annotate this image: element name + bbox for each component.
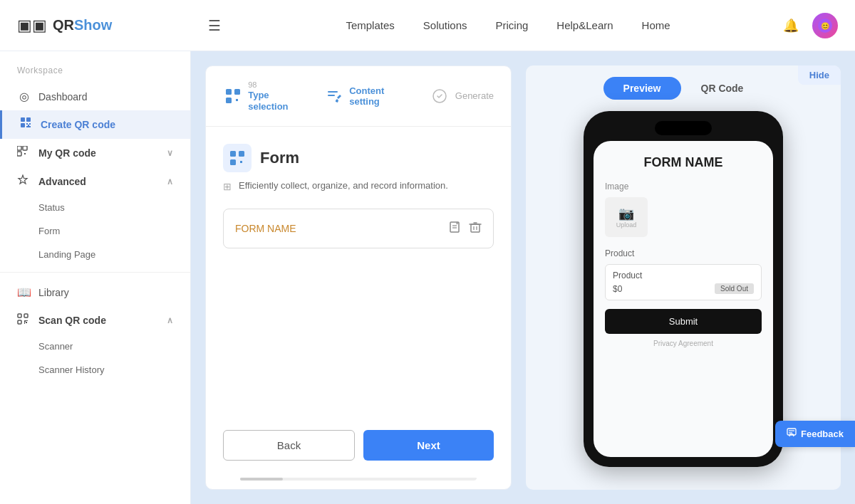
phone-product-name: Product bbox=[613, 271, 754, 280]
svg-rect-24 bbox=[239, 151, 244, 157]
form-card: FORM NAME bbox=[223, 209, 494, 248]
phone-mockup: FORM NAME Image 📷 Upload Product Product… bbox=[584, 111, 783, 467]
sidebar-sub-scanner[interactable]: Scanner bbox=[0, 335, 190, 358]
step-content: Form ⊞ Efficiently collect, organize, an… bbox=[206, 127, 511, 419]
nav-solutions[interactable]: Solutions bbox=[423, 19, 467, 31]
step-content-setting[interactable]: Content setting bbox=[324, 85, 415, 107]
top-navigation: ▣▣ QRShow ☰ Templates Solutions Pricing … bbox=[0, 0, 855, 51]
step1-label: 98 Type selection bbox=[248, 80, 310, 112]
svg-rect-30 bbox=[471, 224, 480, 232]
sidebar-divider bbox=[0, 272, 190, 273]
sidebar-item-advanced[interactable]: Advanced ∧ bbox=[0, 167, 190, 196]
phone-screen: FORM NAME Image 📷 Upload Product Product… bbox=[594, 141, 773, 457]
steps-header: 98 Type selection bbox=[206, 66, 511, 127]
sidebar-item-library[interactable]: 📖 Library bbox=[0, 278, 190, 306]
sidebar-sub-form[interactable]: Form bbox=[0, 219, 190, 243]
my-qr-icon bbox=[17, 146, 31, 160]
svg-rect-6 bbox=[26, 123, 28, 125]
svg-rect-8 bbox=[26, 126, 31, 127]
sidebar-group-label-text: Scan QR code bbox=[38, 315, 106, 326]
step-panel: 98 Type selection bbox=[205, 65, 512, 490]
phone-image-label: Image bbox=[605, 182, 762, 191]
sidebar-sub-scanner-history[interactable]: Scanner History bbox=[0, 358, 190, 382]
chevron-up-icon: ∧ bbox=[167, 177, 173, 187]
step-type-selection[interactable]: 98 Type selection bbox=[223, 80, 310, 112]
svg-rect-18 bbox=[226, 98, 232, 103]
sidebar-item-dashboard[interactable]: ◎ Dashboard bbox=[0, 83, 190, 110]
svg-rect-19 bbox=[236, 99, 238, 101]
edit-form-button[interactable] bbox=[449, 221, 462, 236]
nav-right: 🔔 😊 bbox=[781, 13, 838, 38]
svg-rect-23 bbox=[230, 151, 236, 157]
svg-rect-26 bbox=[240, 161, 242, 163]
phone-product-label: Product bbox=[605, 248, 762, 258]
tab-qr-code[interactable]: QR Code bbox=[681, 77, 764, 100]
logo-text: QRShow bbox=[53, 17, 112, 33]
nav-home[interactable]: Home bbox=[642, 19, 670, 31]
main-area: Workspace ◎ Dashboard Create QR code bbox=[0, 51, 855, 504]
scrollbar-area bbox=[206, 478, 511, 489]
scrollbar-thumb[interactable] bbox=[240, 478, 283, 481]
svg-rect-15 bbox=[18, 320, 21, 324]
notification-bell-icon[interactable]: 🔔 bbox=[781, 16, 801, 36]
avatar[interactable]: 😊 bbox=[812, 13, 838, 38]
create-qr-icon bbox=[19, 117, 33, 132]
svg-rect-13 bbox=[18, 314, 21, 317]
sidebar-item-my-qr[interactable]: My QR code ∨ bbox=[0, 139, 190, 167]
step3-label: Generate bbox=[455, 90, 494, 102]
sidebar: Workspace ◎ Dashboard Create QR code bbox=[0, 51, 191, 504]
form-desc-icon: ⊞ bbox=[223, 180, 232, 194]
svg-rect-9 bbox=[17, 146, 21, 150]
form-title: Form bbox=[260, 149, 299, 167]
sidebar-item-label: Library bbox=[38, 287, 69, 298]
scan-qr-icon bbox=[17, 313, 31, 327]
nav-templates[interactable]: Templates bbox=[346, 19, 394, 31]
chevron-down-icon: ∨ bbox=[167, 148, 173, 158]
svg-rect-4 bbox=[21, 123, 25, 127]
step1-icon bbox=[223, 86, 242, 106]
step-generate[interactable]: Generate bbox=[430, 86, 494, 106]
svg-rect-2 bbox=[21, 117, 25, 122]
menu-icon[interactable]: ☰ bbox=[208, 17, 221, 34]
chevron-up-icon: ∧ bbox=[167, 315, 173, 325]
dashboard-icon: ◎ bbox=[17, 90, 31, 103]
sidebar-sub-status[interactable]: Status bbox=[0, 196, 190, 219]
svg-rect-21 bbox=[328, 95, 335, 96]
form-type-icon bbox=[223, 144, 252, 172]
form-description: ⊞ Efficiently collect, organize, and rec… bbox=[223, 179, 494, 194]
logo[interactable]: ▣▣ QRShow bbox=[17, 16, 208, 35]
form-section-title: Form bbox=[223, 144, 494, 172]
sidebar-sub-landing-page[interactable]: Landing Page bbox=[0, 243, 190, 266]
feedback-icon bbox=[787, 428, 797, 440]
step3-icon bbox=[430, 86, 450, 106]
step-buttons: Back Next bbox=[206, 419, 511, 478]
phone-form-name: FORM NAME bbox=[605, 155, 762, 170]
nav-pricing[interactable]: Pricing bbox=[496, 19, 529, 31]
phone-product-box: Product $0 Sold Out bbox=[605, 264, 762, 300]
phone-notch bbox=[655, 121, 712, 135]
phone-submit-button[interactable]: Submit bbox=[605, 309, 762, 334]
nav-help[interactable]: Help&Learn bbox=[556, 19, 613, 31]
next-button[interactable]: Next bbox=[363, 430, 494, 461]
svg-rect-12 bbox=[24, 153, 26, 154]
phone-upload-box[interactable]: 📷 Upload bbox=[605, 197, 648, 237]
sidebar-item-create-qr[interactable]: Create QR code bbox=[0, 110, 190, 139]
preview-tabs: Preview QR Code bbox=[603, 77, 764, 100]
logo-icon: ▣▣ bbox=[17, 16, 47, 35]
feedback-button[interactable]: Feedback bbox=[775, 421, 855, 447]
advanced-icon bbox=[17, 174, 31, 189]
tab-preview[interactable]: Preview bbox=[603, 77, 681, 100]
back-button[interactable]: Back bbox=[223, 430, 355, 461]
camera-icon: 📷 bbox=[618, 206, 634, 221]
scrollbar-hint bbox=[240, 478, 477, 481]
svg-rect-14 bbox=[24, 314, 28, 317]
form-card-name: FORM NAME bbox=[235, 223, 449, 234]
svg-rect-5 bbox=[28, 125, 29, 126]
sidebar-group-label-text: My QR code bbox=[38, 147, 96, 159]
svg-rect-3 bbox=[26, 117, 31, 122]
sidebar-item-scan-qr[interactable]: Scan QR code ∧ bbox=[0, 306, 190, 335]
svg-rect-20 bbox=[328, 91, 338, 93]
library-icon: 📖 bbox=[17, 285, 31, 299]
delete-form-button[interactable] bbox=[469, 221, 482, 236]
hide-button[interactable]: Hide bbox=[798, 65, 841, 85]
